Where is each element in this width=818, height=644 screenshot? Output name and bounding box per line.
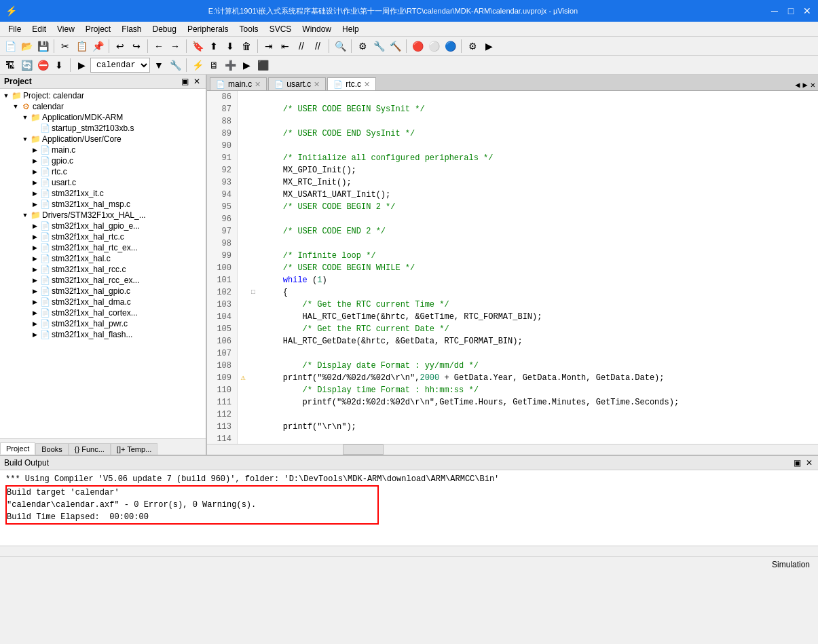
dbg2-btn[interactable]: ⚪ [426,39,441,54]
project-tab-func[interactable]: {} Func... [69,443,111,455]
menu-item-help[interactable]: Help [337,23,365,35]
flash2-btn[interactable]: 🖥 [206,58,221,73]
tools1-btn[interactable]: 🔧 [168,58,183,73]
tree-item[interactable]: ▶📄stm32f1xx_hal_rcc.c [0,264,206,275]
menu-item-view[interactable]: View [52,23,80,35]
project-tab-temp[interactable]: []+ Temp... [111,443,157,455]
tree-toggle[interactable]: ▶ [30,190,39,197]
tree-item[interactable]: ▼📁Project: calendar [0,90,206,101]
line-fold[interactable] [248,323,258,335]
stop-btn[interactable]: ⛔ [35,58,50,73]
menu-item-edit[interactable]: Edit [26,23,52,35]
close-bottom-button[interactable]: ✕ [804,458,814,468]
line-code[interactable] [258,213,818,225]
line-fold[interactable] [248,347,258,360]
tree-toggle[interactable]: ▶ [30,157,39,164]
editor-tab-mainc[interactable]: 📄main.c✕ [210,77,267,90]
minimize-button[interactable]: ─ [769,5,780,16]
line-code[interactable]: while (1) [258,274,818,286]
line-code[interactable]: { [258,286,818,299]
line-code[interactable]: MX_RTC_Init(); [258,176,818,189]
line-fold[interactable] [248,299,258,311]
project-tree[interactable]: ▼📁Project: calendar▼⚙calendar▼📁Applicati… [0,89,206,438]
editor-hscroll[interactable] [207,444,818,455]
tree-item[interactable]: ▶📄main.c [0,145,206,155]
line-code[interactable] [258,115,818,128]
new-file-btn[interactable]: 📄 [3,39,18,54]
tree-toggle[interactable]: ▶ [30,147,39,153]
line-fold[interactable] [248,384,258,396]
project-tab-project[interactable]: Project [0,442,35,455]
line-fold[interactable]: □ [248,286,258,299]
tree-toggle[interactable]: ▼ [20,114,30,121]
line-fold[interactable] [248,164,258,176]
tree-toggle[interactable]: ▶ [30,309,39,316]
menu-item-window[interactable]: Window [297,23,337,35]
tree-item[interactable]: ▶📄stm32f1xx_hal_gpio.c [0,286,206,297]
unindent-btn[interactable]: ⇤ [278,39,293,54]
line-fold[interactable] [248,189,258,201]
scroll-right-icon[interactable]: ▶ [803,80,808,90]
line-fold[interactable] [248,360,258,372]
redo-btn[interactable]: ↪ [129,39,144,54]
tree-toggle[interactable]: ▶ [30,277,39,284]
tree-toggle[interactable]: ▶ [30,244,39,251]
line-code[interactable]: HAL_RTC_GetTime(&hrtc, &GetTime, RTC_FOR… [258,311,818,323]
pin-button[interactable]: ▣ [180,77,189,86]
paste-btn[interactable]: 📌 [90,39,105,54]
close-panel-button[interactable]: ✕ [192,77,202,86]
line-code[interactable] [258,238,818,250]
tree-toggle[interactable]: ▶ [30,168,39,175]
line-fold[interactable] [248,409,258,421]
copy-btn[interactable]: 📋 [74,39,89,54]
tree-item[interactable]: ▶📄stm32f1xx_hal_rtc_ex... [0,242,206,253]
flash5-btn[interactable]: ⬛ [255,58,270,73]
run-btn[interactable]: ▶ [481,39,496,54]
line-code[interactable]: printf("%02d:%02d:%02d\r\n",GetTime.Hour… [258,396,818,409]
tab-close-btn[interactable]: ✕ [364,80,370,89]
dbg3-btn[interactable]: 🔵 [443,39,458,54]
open-btn[interactable]: 📂 [19,39,34,54]
cut-btn[interactable]: ✂ [58,39,73,54]
line-code[interactable]: printf("\r\n"); [258,421,818,433]
line-fold[interactable] [248,250,258,262]
scroll-left-icon[interactable]: ◀ [795,80,800,90]
line-fold[interactable] [248,262,258,274]
tree-item[interactable]: ▶📄stm32f1xx_hal_flash... [0,329,206,340]
line-fold[interactable] [248,213,258,225]
nav-fwd-btn[interactable]: → [168,39,183,54]
download-btn[interactable]: ⬇ [52,58,67,73]
line-fold[interactable] [248,274,258,286]
tree-item[interactable]: ▶📄stm32f1xx_hal_msp.c [0,199,206,210]
line-fold[interactable] [248,311,258,323]
tree-item[interactable]: ▼📁Drivers/STM32F1xx_HAL_... [0,210,206,221]
line-code[interactable] [258,140,818,152]
close-editor-icon[interactable]: ✕ [811,80,815,90]
tree-item[interactable]: ▼📁Application/MDK-ARM [0,112,206,123]
line-fold[interactable] [248,225,258,238]
line-fold[interactable] [248,433,258,444]
tree-toggle[interactable]: ▶ [30,299,39,305]
pin-bottom-button[interactable]: ▣ [792,458,802,468]
menu-item-svcs[interactable]: SVCS [264,23,297,35]
tree-toggle[interactable]: ▼ [1,92,11,99]
tab-close-btn[interactable]: ✕ [255,80,261,89]
menu-item-debug[interactable]: Debug [147,23,182,35]
search-btn[interactable]: 🔍 [333,39,348,54]
misc2-btn[interactable]: 🔧 [371,39,386,54]
tree-toggle[interactable]: ▼ [20,136,30,143]
line-fold[interactable] [248,396,258,409]
line-code[interactable]: printf("%02d/%02d/%02d\r\n",2000 + GetDa… [258,372,818,384]
menu-item-peripherals[interactable]: Peripherals [182,23,234,35]
line-code[interactable]: /* USER CODE END 2 */ [258,225,818,238]
indent-btn[interactable]: ⇥ [261,39,276,54]
tree-toggle[interactable]: ▶ [30,179,39,186]
dbg1-btn[interactable]: 🔴 [410,39,425,54]
next-bookmark-btn[interactable]: ⬇ [223,39,238,54]
bottom-hscroll[interactable] [0,546,818,556]
flash1-btn[interactable]: ⚡ [190,58,205,73]
line-fold[interactable] [248,140,258,152]
options-btn[interactable]: ⚙ [465,39,480,54]
line-fold[interactable] [248,421,258,433]
tab-close-btn[interactable]: ✕ [314,80,320,89]
